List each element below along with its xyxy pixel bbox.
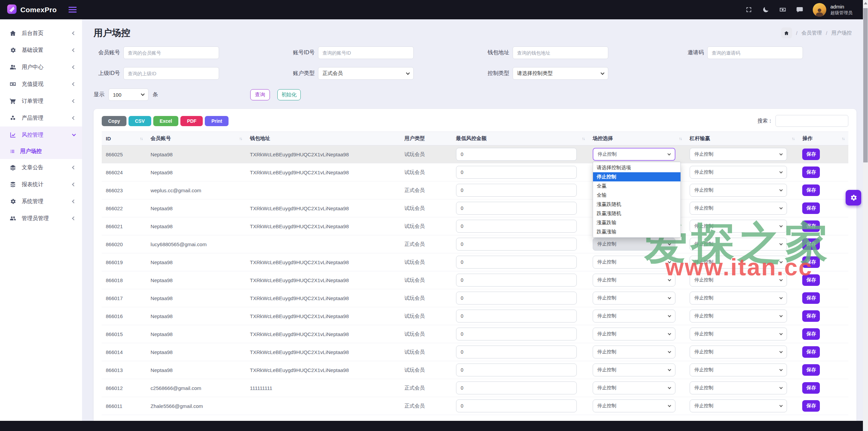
account-id-input[interactable] [318, 46, 414, 59]
lever-select[interactable]: 停止控制 [690, 364, 787, 376]
save-button[interactable]: 保存 [802, 292, 820, 304]
lever-select[interactable]: 停止控制 [690, 256, 787, 269]
moon-icon[interactable] [762, 6, 769, 14]
sidebar-item[interactable]: 报表统计 [0, 176, 82, 193]
sidebar-item[interactable]: 用户中心 [0, 59, 82, 76]
sidebar-item[interactable]: 风控管理 [0, 126, 82, 143]
sidebar-item[interactable]: 订单管理 [0, 93, 82, 110]
lever-select[interactable]: 停止控制 [690, 148, 787, 161]
scrollbar-thumb[interactable] [863, 8, 868, 162]
save-button[interactable]: 保存 [802, 184, 820, 196]
lever-select[interactable]: 停止控制 [690, 238, 787, 251]
control-select[interactable]: 停止控制 [593, 292, 675, 305]
dropdown-option[interactable]: 跌赢涨输 [593, 227, 680, 236]
settings-fab-gear-icon[interactable] [846, 190, 861, 205]
sort-icon[interactable]: ↑↓ [140, 136, 142, 141]
sidebar-subitem[interactable]: 用户场控 [0, 143, 82, 159]
min-risk-amount-input[interactable] [456, 274, 577, 287]
admin-profile[interactable]: admin 超级管理员 [813, 3, 852, 17]
column-header[interactable]: ID↑↓ [102, 132, 146, 145]
reset-button[interactable]: 初始化 [277, 89, 301, 100]
chat-icon[interactable] [796, 6, 803, 14]
sidebar-item[interactable]: 文章公告 [0, 159, 82, 176]
lever-select[interactable]: 停止控制 [690, 328, 787, 340]
account-type-select[interactable]: 正式会员 [318, 67, 414, 80]
lever-select[interactable]: 停止控制 [690, 310, 787, 322]
dropdown-option[interactable]: 停止控制 [593, 172, 680, 181]
save-button[interactable]: 保存 [802, 202, 820, 214]
dropdown-option[interactable]: 涨赢跌输 [593, 218, 680, 227]
scrollbar-up-arrow[interactable] [864, 2, 867, 4]
control-select[interactable]: 停止控制 [593, 310, 675, 322]
dropdown-option[interactable]: 全输 [593, 191, 680, 200]
min-risk-amount-input[interactable] [456, 310, 577, 322]
dropdown-option[interactable]: 全赢 [593, 181, 680, 191]
sidebar-item[interactable]: 后台首页 [0, 25, 82, 42]
wallet-address-input[interactable] [513, 46, 608, 59]
save-button[interactable]: 保存 [802, 346, 820, 358]
min-risk-amount-input[interactable] [456, 399, 577, 412]
lever-select[interactable]: 停止控制 [690, 346, 787, 358]
control-select[interactable]: 停止控制 [593, 364, 675, 376]
page-scrollbar[interactable] [863, 0, 868, 431]
min-risk-amount-input[interactable] [456, 364, 577, 376]
min-risk-amount-input[interactable] [456, 346, 577, 358]
column-header[interactable]: 场控选择↑↓ [589, 132, 686, 145]
control-select[interactable]: 停止控制 [593, 381, 675, 394]
min-risk-amount-input[interactable] [456, 328, 577, 340]
save-button[interactable]: 保存 [802, 364, 820, 376]
column-header[interactable]: 会员账号↑↓ [146, 132, 246, 145]
sort-icon[interactable]: ↑↓ [842, 136, 844, 141]
save-button[interactable]: 保存 [802, 166, 820, 178]
sidebar-item[interactable]: 管理员管理 [0, 210, 82, 227]
copy-button[interactable]: Copy [102, 116, 126, 126]
sidebar-item[interactable]: 产品管理 [0, 110, 82, 126]
excel-button[interactable]: Excel [153, 116, 179, 126]
column-header[interactable]: 杠杆输赢↑↓ [686, 132, 798, 145]
column-header[interactable]: 钱包地址 [246, 132, 400, 145]
dropdown-option[interactable]: 涨赢跌随机 [593, 200, 680, 209]
control-select[interactable]: 停止控制 [593, 328, 675, 340]
min-risk-amount-input[interactable] [456, 166, 577, 179]
control-select[interactable]: 停止控制 [593, 274, 675, 287]
sidebar-item[interactable]: 基础设置 [0, 42, 82, 59]
min-risk-amount-input[interactable] [456, 184, 577, 197]
dropdown-option[interactable]: 请选择控制选项 [593, 163, 680, 172]
control-select[interactable]: 停止控制 [593, 399, 675, 412]
control-select[interactable]: 停止控制 [593, 238, 675, 251]
page-size-select[interactable]: 100 [108, 89, 149, 101]
search-input[interactable] [775, 115, 848, 127]
save-button[interactable]: 保存 [802, 256, 820, 268]
save-button[interactable]: 保存 [802, 238, 820, 250]
min-risk-amount-input[interactable] [456, 381, 577, 394]
min-risk-amount-input[interactable] [456, 238, 577, 251]
lever-select[interactable]: 停止控制 [690, 381, 787, 394]
breadcrumb-item[interactable]: 用户场控 [831, 30, 852, 36]
min-risk-amount-input[interactable] [456, 292, 577, 305]
column-header[interactable]: 用户类型 [400, 132, 452, 145]
sort-icon[interactable]: ↑↓ [582, 136, 585, 141]
csv-button[interactable]: CSV [129, 116, 151, 126]
dropdown-option[interactable]: 跌赢涨随机 [593, 209, 680, 218]
column-header[interactable]: 操作↑↓ [798, 132, 848, 145]
min-risk-amount-input[interactable] [456, 202, 577, 215]
fullscreen-icon[interactable] [745, 6, 752, 14]
min-risk-amount-input[interactable] [456, 256, 577, 269]
sort-icon[interactable]: ↑↓ [239, 136, 242, 141]
member-account-input[interactable] [123, 46, 219, 59]
sidebar-item[interactable]: 系统管理 [0, 193, 82, 210]
print-button[interactable]: Print [205, 116, 229, 126]
breadcrumb-item[interactable]: 会员管理 [802, 30, 822, 36]
parent-id-input[interactable] [123, 67, 219, 80]
min-risk-amount-input[interactable] [456, 148, 577, 161]
lever-select[interactable]: 停止控制 [690, 274, 787, 287]
cash-icon[interactable] [779, 6, 786, 14]
hamburger-menu-icon[interactable] [68, 5, 77, 14]
column-header[interactable]: 最低风控金额↑↓ [452, 132, 589, 145]
control-type-select[interactable]: 请选择控制类型 [513, 67, 608, 80]
save-button[interactable]: 保存 [802, 274, 820, 286]
save-button[interactable]: 保存 [802, 310, 820, 322]
control-select[interactable]: 停止控制 [593, 256, 675, 269]
control-select[interactable]: 停止控制 [593, 346, 675, 358]
pdf-button[interactable]: PDF [180, 116, 203, 126]
